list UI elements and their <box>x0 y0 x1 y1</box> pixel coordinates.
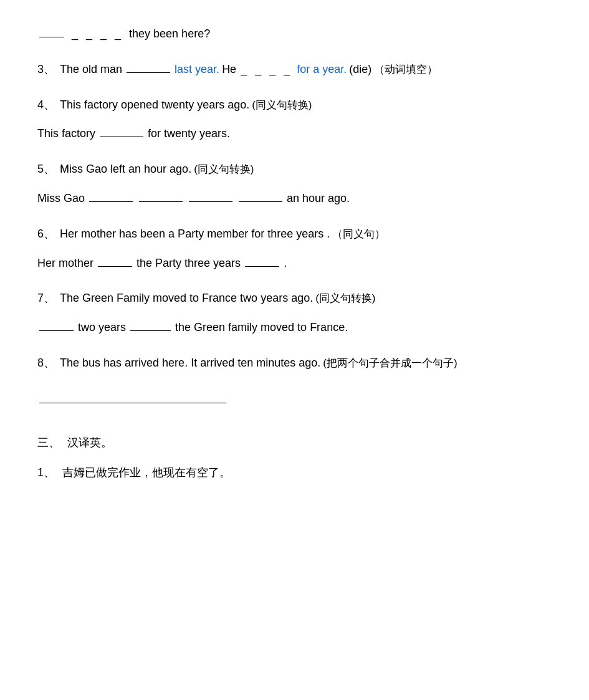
item-4-text: This factory opened twenty years ago. <box>60 96 249 114</box>
section-3-heading: 三、 汉译英。 <box>37 434 552 452</box>
item-6-text: Her mother has been a Party member for t… <box>60 225 330 243</box>
item-5-question: 5、 Miss Gao left an hour ago. (同义句转换) <box>37 160 552 178</box>
item-3-dashes: _ _ _ _ <box>241 60 292 79</box>
item-3-last-year: last year. <box>175 60 219 79</box>
top-text: they been here? <box>129 25 210 43</box>
item-8-number: 8、 <box>37 354 55 372</box>
item-5-note: (同义句转换) <box>194 161 254 178</box>
item-4-after: for twenty years. <box>148 125 230 143</box>
item-5: 5、 Miss Gao left an hour ago. (同义句转换) Mi… <box>37 160 552 208</box>
item-7-note: (同义句转换) <box>315 290 375 307</box>
item-3-blank1 <box>127 72 170 73</box>
item-4: 4、 This factory opened twenty years ago.… <box>37 96 552 143</box>
item-7-question: 7、 The Green Family moved to France two … <box>37 289 552 307</box>
section-3-text: 汉译英。 <box>67 434 112 452</box>
item-6: 6、 Her mother has been a Party member fo… <box>37 225 552 272</box>
item-5-text: Miss Gao left an hour ago. <box>60 160 191 178</box>
translation-item-1: 1、 吉姆已做完作业，他现在有空了。 <box>37 464 552 482</box>
item-6-number: 6、 <box>37 225 55 243</box>
item-5-blank2 <box>139 201 183 202</box>
item-7-text2: the Green family moved to France. <box>175 319 348 337</box>
item-3-he: He <box>222 60 236 79</box>
item-5-blank3 <box>189 201 232 202</box>
section-3-number: 三、 <box>37 434 60 452</box>
item-4-number: 4、 <box>37 96 55 114</box>
item-6-before: Her mother <box>37 254 93 272</box>
item-5-after: an hour ago. <box>287 189 350 208</box>
item-3-note: （动词填空） <box>374 61 438 78</box>
top-dashes: _ _ _ _ <box>72 25 123 43</box>
item-4-question: 4、 This factory opened twenty years ago.… <box>37 96 552 114</box>
item-7-answer: two years the Green family moved to Fran… <box>37 319 552 337</box>
section-3-title: 三、 汉译英。 1、 吉姆已做完作业，他现在有空了。 <box>37 434 552 482</box>
item-6-blank2 <box>245 266 279 267</box>
item-3-die: (die) <box>349 60 371 79</box>
item-8: 8、 The bus has arrived here. It arrived … <box>37 354 552 409</box>
item-3-subject: The old man <box>60 60 122 79</box>
item-7-text1: two years <box>78 319 126 337</box>
item-3-question: 3、 The old man last year. He _ _ _ _ for… <box>37 60 552 79</box>
item-4-blank <box>100 137 143 137</box>
item-4-answer: This factory for twenty years. <box>37 125 552 143</box>
item-3-number: 3、 <box>37 60 55 79</box>
item-5-number: 5、 <box>37 160 55 178</box>
item-6-note: （同义句） <box>332 226 385 242</box>
top-line: _ _ _ _ they been here? <box>37 25 552 43</box>
item-7-number: 7、 <box>37 289 55 307</box>
item-6-answer: Her mother the Party three years . <box>37 254 552 272</box>
item-3: 3、 The old man last year. He _ _ _ _ for… <box>37 60 552 79</box>
item-8-note: (把两个句子合并成一个句子) <box>323 355 457 372</box>
item-6-question: 6、 Her mother has been a Party member fo… <box>37 225 552 243</box>
translation-1-text: 吉姆已做完作业，他现在有空了。 <box>62 464 231 482</box>
item-7-blank1 <box>39 330 74 331</box>
item-8-long-blank <box>39 403 226 403</box>
item-4-note: (同义句转换) <box>252 97 312 113</box>
item-8-question: 8、 The bus has arrived here. It arrived … <box>37 354 552 372</box>
item-5-blank4 <box>239 201 282 202</box>
item-4-before: This factory <box>37 125 95 143</box>
item-3-for-a-year: for a year. <box>297 60 347 79</box>
translation-1-number: 1、 <box>37 464 55 482</box>
item-7-blank2 <box>130 330 171 331</box>
item-5-answer: Miss Gao an hour ago. <box>37 189 552 208</box>
item-6-middle: the Party three years <box>136 254 241 272</box>
item-8-answer <box>37 391 552 409</box>
item-6-end: . <box>284 254 287 272</box>
item-7: 7、 The Green Family moved to France two … <box>37 289 552 337</box>
item-5-before: Miss Gao <box>37 189 85 208</box>
top-blank1 <box>39 37 64 37</box>
item-6-blank1 <box>98 266 132 267</box>
translation-1-line: 1、 吉姆已做完作业，他现在有空了。 <box>37 464 552 482</box>
item-8-text: The bus has arrived here. It arrived ten… <box>60 354 320 372</box>
item-5-blank1 <box>89 201 133 202</box>
item-7-text: The Green Family moved to France two yea… <box>60 289 313 307</box>
